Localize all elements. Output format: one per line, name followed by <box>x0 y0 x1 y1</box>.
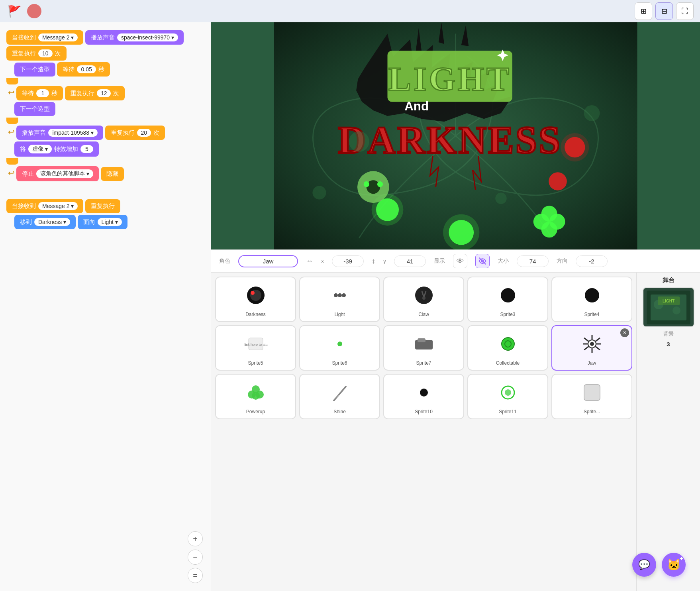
hide-block[interactable]: 隐藏 <box>101 167 124 181</box>
face-dropdown[interactable]: Light ▾ <box>98 218 122 226</box>
hide-button[interactable] <box>475 254 490 268</box>
wait-value-1[interactable]: 0.05 <box>77 65 96 73</box>
set-effect-block[interactable]: 将 虚像 ▾ 特效增加 5 <box>14 141 99 157</box>
sprite-item-powerup[interactable]: Powerup <box>215 374 296 419</box>
repeat-block-3[interactable]: 重复执行 20 次 <box>105 126 165 140</box>
svg-point-28 <box>251 291 255 295</box>
wait-value-2[interactable]: 1 <box>36 89 49 97</box>
sprite-item-jaw[interactable]: ✕ Jaw <box>551 325 632 371</box>
message-dropdown-1[interactable]: Message 2 ▾ <box>38 33 78 41</box>
direction-input[interactable] <box>576 255 608 267</box>
repeat-block-2[interactable]: 重复执行 12 次 <box>65 86 125 100</box>
add-icon: + <box>680 555 683 562</box>
sprite-item-darkness[interactable]: Darkness <box>215 277 296 322</box>
sprite-item-sprite12[interactable]: Sprite... <box>551 374 632 419</box>
stop-block[interactable]: 停止 该角色的其他脚本 ▾ <box>16 166 99 181</box>
zoom-controls: + − = <box>188 531 203 583</box>
loop-end-1 <box>6 78 18 84</box>
when-receive-block-2[interactable]: 当接收到 Message 2 ▾ <box>6 199 83 213</box>
svg-point-57 <box>505 389 511 396</box>
repeat-value-1[interactable]: 10 <box>38 49 53 57</box>
y-input[interactable] <box>394 255 426 267</box>
top-bar: 🚩 ⊞ ⊟ ⛶ <box>0 0 700 22</box>
repeat-value-2[interactable]: 12 <box>97 89 111 97</box>
add-sprite-fab-button[interactable]: 🐱 + <box>662 553 686 577</box>
right-section: LIGHT And DARKNESS <box>211 22 700 591</box>
svg-point-14 <box>549 214 565 230</box>
forever-block[interactable]: 重复执行 <box>85 199 120 213</box>
svg-point-38 <box>337 342 342 346</box>
green-flag-button[interactable]: 🚩 <box>6 3 22 19</box>
fullscreen-button[interactable]: ⛶ <box>676 2 694 20</box>
chat-icon: 💬 <box>638 559 650 570</box>
play-sound-block-1[interactable]: 播放声音 space-insect-99970 ▾ <box>85 30 184 45</box>
sprite-item-sprite4[interactable]: Sprite4 <box>551 277 632 322</box>
sprite-img-claw <box>410 281 438 309</box>
wait-block-1[interactable]: 等待 0.05 秒 <box>57 62 110 77</box>
fit-button[interactable]: = <box>188 568 203 583</box>
sprites-section: Darkness Light <box>211 273 700 591</box>
play-sound-block-2[interactable]: 播放声音 impact-109588 ▾ <box>16 126 103 140</box>
sprite-item-collectable[interactable]: Collectable <box>467 325 548 371</box>
sprite-img-light <box>326 281 354 309</box>
effect-value[interactable]: 5 <box>80 145 93 153</box>
effect-dropdown[interactable]: 虚像 ▾ <box>28 145 52 153</box>
next-costume-block-2[interactable]: 下一个造型 <box>14 102 55 116</box>
sprites-grid-container: Darkness Light <box>211 273 636 591</box>
chat-fab-button[interactable]: 💬 <box>632 553 656 577</box>
zoom-in-button[interactable]: + <box>188 531 203 546</box>
sound-dropdown-1[interactable]: space-insect-99970 ▾ <box>117 33 178 41</box>
goto-dropdown[interactable]: Darkness ▾ <box>34 218 70 226</box>
repeat-value-3[interactable]: 20 <box>137 129 151 137</box>
sprite-img-collectable <box>494 330 522 358</box>
svg-point-62 <box>673 306 680 314</box>
sprite-img-darkness <box>242 281 270 309</box>
loop-end-2 <box>6 118 18 124</box>
x-input[interactable] <box>332 255 364 267</box>
stage-thumbnail[interactable]: LIGHT <box>643 287 694 327</box>
zoom-out-button[interactable]: − <box>188 550 203 565</box>
y-label: y <box>383 258 386 264</box>
sprite-item-sprite7[interactable]: Sprite7 <box>383 325 464 371</box>
sprite-item-sprite3[interactable]: Sprite3 <box>467 277 548 322</box>
sprite-item-light[interactable]: Light <box>299 277 380 322</box>
go-to-block[interactable]: 移到 Darkness ▾ <box>14 215 76 229</box>
wait-block-2[interactable]: 等待 1 秒 <box>16 86 63 100</box>
next-costume-block-1[interactable]: 下一个造型 <box>14 63 55 77</box>
stop-button[interactable] <box>27 4 41 18</box>
stage-thumb-panel: 舞台 LIGHT 背景 3 <box>636 273 700 591</box>
sprite-item-shine[interactable]: Shine <box>299 374 380 419</box>
script-divider <box>6 188 204 199</box>
playback-controls: 🚩 <box>6 3 41 19</box>
message-dropdown-2[interactable]: Message 2 ▾ <box>38 202 78 210</box>
sprite-name-input[interactable] <box>238 255 298 267</box>
size-label: 大小 <box>498 257 509 265</box>
when-receive-block-1[interactable]: 当接收到 Message 2 ▾ <box>6 30 83 45</box>
loop-arrow-3: ↩ <box>8 169 15 177</box>
show-button[interactable]: 👁 <box>453 254 467 268</box>
layout-mode-2-button[interactable]: ⊟ <box>655 2 673 20</box>
layout-mode-1-button[interactable]: ⊞ <box>635 2 652 20</box>
sprite-item-sprite10[interactable]: Sprite10 <box>383 374 464 419</box>
sprite-label-jaw: Jaw <box>588 360 596 366</box>
svg-point-16 <box>561 133 589 161</box>
sprite-label-sprite7: Sprite7 <box>416 360 431 366</box>
repeat-block-1[interactable]: 重复执行 10 次 <box>6 46 67 61</box>
sprite-item-sprite6[interactable]: Sprite6 <box>299 325 380 371</box>
sprite-delete-jaw-button[interactable]: ✕ <box>620 328 629 337</box>
size-input[interactable] <box>517 255 549 267</box>
svg-point-29 <box>334 293 338 297</box>
x-arrow-icon: ↔ <box>306 257 313 265</box>
svg-text:And: And <box>404 99 429 113</box>
face-toward-block[interactable]: 面向 Light ▾ <box>78 215 127 229</box>
stop-dropdown[interactable]: 该角色的其他脚本 ▾ <box>36 169 93 178</box>
x-label: x <box>321 258 324 264</box>
svg-point-31 <box>342 293 346 297</box>
bg-label: 背景 <box>663 330 674 338</box>
sprite-item-sprite5[interactable]: Click here to start Sprite5 <box>215 325 296 371</box>
sound-dropdown-2[interactable]: impact-109588 ▾ <box>48 129 98 137</box>
sprite-item-sprite11[interactable]: Sprite11 <box>467 374 548 419</box>
view-controls: ⊞ ⊟ ⛶ <box>635 2 694 20</box>
sprite-item-claw[interactable]: Claw <box>383 277 464 322</box>
svg-line-53 <box>334 387 346 401</box>
